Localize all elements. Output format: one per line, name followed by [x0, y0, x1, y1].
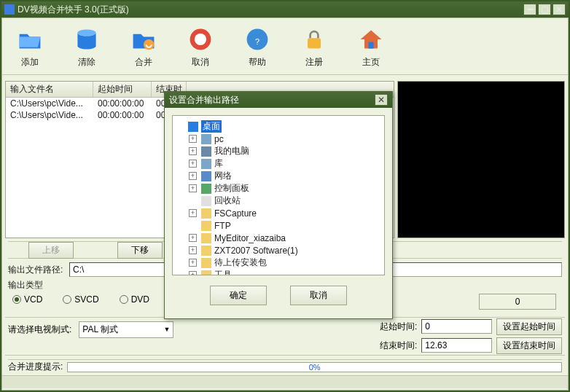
desktop-icon [188, 122, 198, 132]
tree-label: FSCapture [214, 208, 257, 219]
maximize-button[interactable]: ▢ [538, 4, 551, 15]
end-time-input[interactable]: 12.63 [421, 338, 492, 353]
expand-icon[interactable]: + [189, 259, 197, 267]
dialog-ok-button[interactable]: 确定 [210, 286, 267, 305]
dialog-cancel-button[interactable]: 取消 [290, 286, 347, 305]
tree-node[interactable]: +ZXT2007 Software(1) [176, 244, 381, 256]
clear-button[interactable]: 清除 [65, 25, 109, 68]
tree-label: 我的电脑 [214, 145, 249, 157]
home-button[interactable]: 主页 [349, 25, 393, 68]
folder-tree[interactable]: 桌面+pc+我的电脑+库+网络+控制面板回收站+FSCaptureFTP+MyE… [172, 115, 385, 275]
tree-label: pc [214, 134, 224, 144]
folder-icon [201, 208, 211, 219]
tree-node[interactable]: +库 [176, 157, 381, 170]
chevron-down-icon: ▼ [163, 326, 170, 333]
expand-icon[interactable]: + [189, 147, 197, 155]
svg-point-3 [195, 33, 206, 44]
expand-icon[interactable]: + [189, 234, 197, 242]
titlebar[interactable]: DV视频合并快手 3.0(正式版) ━ ▢ ✕ [1, 1, 569, 17]
help-button[interactable]: ? 帮助 [235, 25, 279, 68]
minimize-button[interactable]: ━ [523, 4, 536, 15]
expand-icon[interactable]: + [189, 135, 197, 143]
user-icon [201, 134, 211, 144]
tree-node[interactable]: +我的电脑 [176, 145, 381, 157]
start-time-input[interactable]: 0 [421, 319, 492, 334]
window-title: DV视频合并快手 3.0(正式版) [17, 4, 522, 16]
tree-node[interactable]: +待上传安装包 [176, 256, 381, 269]
tree-node[interactable]: +工具 [176, 269, 381, 275]
tree-node[interactable]: 回收站 [176, 195, 381, 207]
status-bar [2, 375, 568, 388]
dialog-close-button[interactable]: ✕ [375, 94, 388, 106]
set-start-button[interactable]: 设置起始时间 [496, 318, 562, 335]
svg-rect-6 [308, 38, 321, 48]
end-time-label: 结束时间: [380, 340, 417, 352]
output-path-dialog: 设置合并输出路径 ✕ 桌面+pc+我的电脑+库+网络+控制面板回收站+FSCap… [164, 91, 393, 319]
tree-label: 回收站 [214, 195, 241, 207]
main-toolbar: 添加 清除 合并 取消 ? 帮助 注册 [2, 18, 568, 75]
folder-icon [201, 233, 211, 243]
tree-node[interactable]: +FSCapture [176, 207, 381, 219]
expand-icon[interactable]: + [189, 172, 197, 180]
tree-label: 网络 [214, 170, 232, 182]
expand-icon[interactable]: + [189, 160, 197, 168]
svg-point-1 [144, 39, 154, 50]
set-end-button[interactable]: 设置结束时间 [496, 337, 562, 354]
radio-svcd[interactable]: SVCD [63, 294, 98, 305]
home-icon [356, 25, 386, 54]
recycle-icon [201, 196, 211, 206]
tree-label: MyEditor_xiazaiba [214, 233, 286, 243]
expand-icon[interactable]: + [189, 184, 197, 192]
radio-dvd[interactable]: DVD [120, 294, 149, 305]
add-button[interactable]: 添加 [8, 25, 52, 68]
counter-display: 0 [479, 294, 556, 310]
radio-icon [63, 295, 71, 304]
tree-label: 库 [214, 157, 223, 170]
tv-system-label: 请选择电视制式: [8, 324, 71, 336]
tree-label: 待上传安装包 [214, 256, 267, 269]
expand-icon[interactable]: + [189, 209, 197, 217]
folder-icon [201, 270, 211, 276]
app-window: DV视频合并快手 3.0(正式版) ━ ▢ ✕ 添加 清除 合并 取消 ? [0, 0, 570, 392]
register-button[interactable]: 注册 [292, 25, 336, 68]
start-time-label: 起始时间: [380, 321, 417, 333]
output-path-label: 输出文件路径: [8, 264, 66, 276]
folder-icon [201, 258, 211, 268]
tree-label: FTP [214, 221, 231, 231]
merge-button[interactable]: 合并 [122, 25, 165, 68]
folder-open-icon [15, 25, 44, 54]
column-header[interactable]: 起始时间 [93, 82, 152, 97]
column-header[interactable]: 输入文件名 [6, 82, 93, 97]
progress-percent: 0% [309, 363, 321, 372]
network-icon [201, 171, 211, 181]
app-icon [4, 4, 15, 15]
tree-node[interactable]: +网络 [176, 170, 381, 182]
folder-icon [201, 221, 211, 231]
tree-node[interactable]: +MyEditor_xiazaiba [176, 232, 381, 244]
cancel-button[interactable]: 取消 [179, 25, 222, 68]
progress-bar: 0% [67, 362, 562, 372]
dialog-titlebar[interactable]: 设置合并输出路径 ✕ [165, 92, 392, 108]
expand-icon[interactable]: + [189, 246, 197, 254]
svg-rect-7 [368, 42, 373, 48]
svg-point-0 [77, 29, 95, 36]
move-up-button[interactable]: 上移 [28, 242, 74, 259]
radio-vcd[interactable]: VCD [12, 294, 42, 305]
radio-icon [120, 295, 128, 304]
preview-panel [397, 81, 565, 238]
close-button[interactable]: ✕ [553, 4, 566, 15]
lib-icon [201, 159, 211, 169]
folder-refresh-icon [129, 25, 158, 54]
tree-label: 控制面板 [214, 182, 249, 195]
tree-node[interactable]: +pc [176, 133, 381, 145]
tv-system-select[interactable]: PAL 制式 ▼ [79, 321, 173, 338]
tree-node[interactable]: +控制面板 [176, 182, 381, 195]
tree-node[interactable]: 桌面 [176, 120, 381, 133]
tree-node[interactable]: FTP [176, 219, 381, 232]
dialog-title: 设置合并输出路径 [169, 94, 375, 106]
panel-icon [201, 184, 211, 194]
progress-label: 合并进度提示: [8, 361, 63, 373]
move-down-button[interactable]: 下移 [117, 242, 163, 259]
svg-text:?: ? [255, 37, 259, 46]
radio-icon [12, 295, 21, 304]
